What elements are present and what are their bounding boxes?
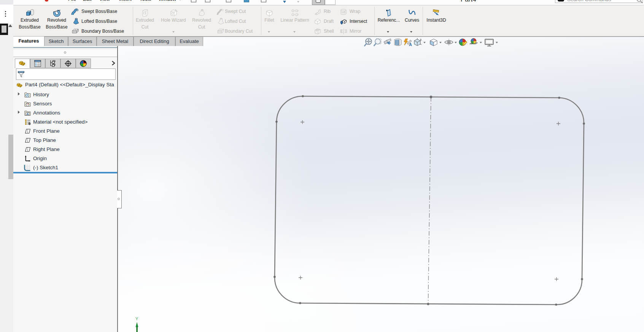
svg-text:A: A	[409, 42, 412, 47]
svg-text:Y: Y	[135, 316, 138, 321]
svg-text:A: A	[27, 112, 29, 116]
